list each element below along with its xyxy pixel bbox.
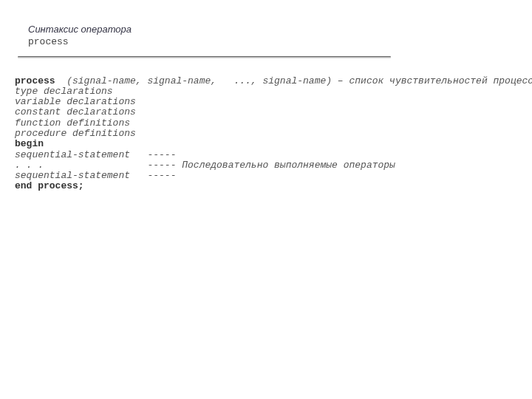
seq-comment: ----- Последовательно выполняемые операт… — [147, 160, 395, 171]
title-line-1: Синтаксис оператора — [28, 24, 514, 35]
divider-rule — [18, 56, 391, 58]
dash-2: ----- — [147, 170, 176, 181]
kw-begin: begin — [15, 138, 44, 149]
kw-process: process — [15, 75, 55, 86]
decl-constant: constant declarations — [15, 106, 136, 117]
seq-stmt-1: sequential-statement — [15, 149, 147, 160]
title-line-2: process — [28, 36, 514, 48]
def-procedure: procedure definitions — [15, 128, 136, 139]
def-function: function definitions — [15, 117, 130, 129]
dash-1: ----- — [147, 149, 176, 160]
decl-type: type declarations — [15, 86, 113, 97]
sensitivity-list: (signal-name, signal-name, ..., signal-n… — [55, 75, 532, 86]
seq-stmt-2: sequential-statement — [15, 170, 147, 181]
decl-variable: variable declarations — [15, 96, 136, 107]
kw-end-process: end process; — [15, 180, 84, 191]
code-block: process (signal-name, signal-name, ..., … — [15, 76, 514, 192]
slide: Синтаксис оператора process process (sig… — [0, 0, 532, 201]
seq-ellipsis: . . . — [15, 160, 147, 171]
title-block: Синтаксис оператора process — [28, 24, 514, 49]
